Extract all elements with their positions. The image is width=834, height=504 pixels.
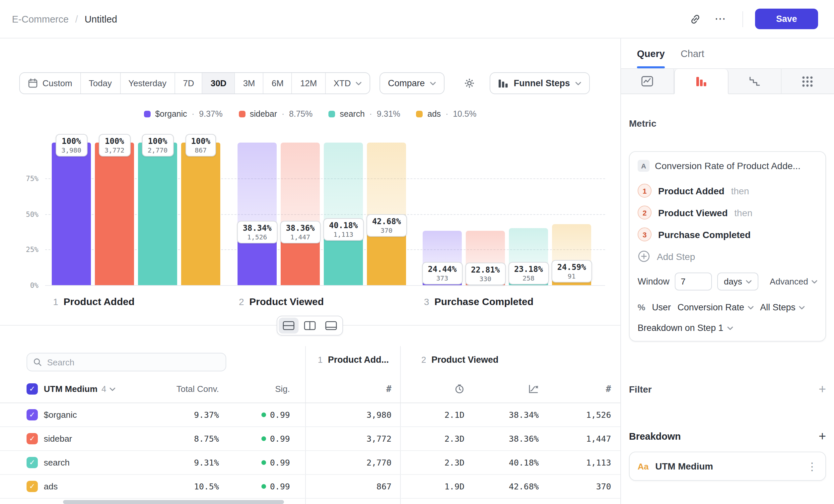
chevron-down-icon	[799, 305, 805, 310]
all-steps-select[interactable]: All Steps	[760, 302, 805, 312]
bar-count-label: 1,447	[286, 233, 315, 240]
select-all-checkbox[interactable]: ✓	[26, 383, 38, 395]
save-button[interactable]: Save	[755, 8, 818, 29]
main-panel: CustomTodayYesterday7D30D3M6M12MXTD Comp…	[0, 39, 620, 504]
layout-toggle-group	[277, 316, 343, 336]
tab-segmentation[interactable]	[621, 69, 675, 94]
column-avg-time[interactable]	[455, 375, 464, 403]
search-input[interactable]	[47, 357, 220, 367]
row-checkbox[interactable]: ✓	[26, 457, 38, 468]
metric-step-1[interactable]: 1Product Addedthen	[638, 180, 817, 202]
table-row-search[interactable]: ✓search9.31%0.992,7702.3D40.18%1,113	[0, 451, 620, 475]
bar-value-label: 38.34%1,526	[237, 221, 278, 243]
add-filter-button[interactable]: +	[819, 383, 826, 395]
column-step2-conv[interactable]	[528, 375, 539, 403]
search-icon	[33, 358, 42, 367]
step-label: Product Added	[64, 296, 135, 307]
metric-card: A Conversion Rate of Product Adde... 1Pr…	[629, 151, 826, 342]
bar-value-label: 23.18%258	[508, 262, 549, 284]
bar-value-label: 100%2,770	[142, 134, 174, 157]
percent-icon[interactable]: %	[638, 302, 645, 312]
row-name: ads	[44, 475, 58, 498]
hash-icon: #	[386, 384, 392, 394]
tab-chart[interactable]: Chart	[681, 39, 704, 68]
split-horizontal-icon	[283, 321, 294, 330]
column-label: UTM Medium	[44, 384, 97, 394]
filter-section-header: Filter +	[629, 383, 826, 395]
tab-funnel[interactable]	[675, 69, 728, 94]
layout-chart-only-button[interactable]	[321, 318, 341, 334]
funnel-bar-sidebar-step1[interactable]	[95, 143, 134, 285]
sig-cell: 0.99	[261, 427, 290, 450]
share-link-button[interactable]	[685, 9, 705, 29]
add-breakdown-button[interactable]: +	[819, 430, 826, 442]
breakdown-heading: Breakdown	[629, 431, 681, 441]
sig-dot-icon	[261, 436, 266, 441]
group-step-number: 2	[421, 355, 426, 365]
add-step-button[interactable]: Add Step	[638, 245, 817, 267]
breakdown-item[interactable]: Aa UTM Medium ⋮	[629, 452, 826, 481]
funnel-bar-search-step1[interactable]	[138, 143, 177, 285]
breakdown-section-header: Breakdown +	[629, 430, 826, 442]
advanced-toggle[interactable]: Advanced	[770, 277, 817, 287]
row-checkbox[interactable]: ✓	[26, 409, 38, 420]
breakdown-step-label: Breakdown on Step 1	[638, 323, 723, 333]
row-checkbox[interactable]: ✓	[26, 433, 38, 444]
avg-time-value: 2.3D	[444, 427, 464, 450]
column-utm-medium[interactable]: UTM Medium 4	[44, 375, 115, 403]
table-group-step2[interactable]: 2 Product Viewed	[421, 355, 499, 368]
metric-step-2[interactable]: 2Product Viewedthen	[638, 202, 817, 224]
horizontal-scrollbar[interactable]	[63, 500, 284, 504]
measure-user[interactable]: User	[652, 302, 671, 312]
y-axis-tick: 25%	[10, 246, 39, 254]
tab-more-charts[interactable]	[782, 69, 834, 94]
total-conv-value: 9.37%	[194, 403, 219, 427]
retention-steps-icon	[748, 75, 761, 88]
layout-split-horizontal-button[interactable]	[279, 318, 299, 334]
row-checkbox[interactable]: ✓	[26, 481, 38, 492]
kebab-menu-icon[interactable]: ⋮	[807, 460, 817, 473]
tab-query-label: Query	[637, 48, 665, 59]
step2-conv-value: 40.18%	[509, 451, 539, 474]
conversion-rate-select[interactable]: Conversion Rate	[677, 302, 753, 312]
chevron-down-icon	[109, 387, 115, 391]
sig-cell: 0.99	[261, 403, 290, 427]
window-row: Window days Advanced	[638, 273, 817, 291]
topbar-divider	[742, 11, 743, 27]
more-menu-button[interactable]: ⋯	[710, 9, 730, 29]
window-value-input[interactable]	[675, 273, 712, 291]
sig-value: 0.99	[270, 434, 290, 444]
step2-count: 1,447	[586, 427, 611, 450]
layout-split-vertical-button[interactable]	[300, 318, 320, 334]
avg-time-icon	[455, 384, 464, 394]
table-row-ads[interactable]: ✓ads10.5%0.998671.9D42.68%370	[0, 475, 620, 499]
column-step2-count[interactable]: #	[606, 375, 611, 403]
step-suffix: then	[734, 207, 753, 218]
column-step1-count[interactable]: #	[386, 375, 392, 403]
property-type-badge: Aa	[638, 461, 649, 471]
sig-dot-icon	[261, 412, 266, 417]
table-group-step1[interactable]: 1 Product Add...	[318, 355, 389, 368]
chart-type-tabs	[621, 68, 834, 94]
chart-only-icon	[325, 321, 337, 330]
step-label: Purchase Completed	[435, 296, 533, 307]
window-unit-select[interactable]: days	[717, 273, 759, 291]
tab-retention[interactable]	[728, 69, 782, 94]
metric-title[interactable]: Conversion Rate of Product Adde...	[655, 160, 800, 171]
hash-icon: #	[606, 384, 611, 394]
filter-heading: Filter	[629, 384, 652, 394]
row-name: search	[44, 451, 70, 474]
breakdown-step-select[interactable]: Breakdown on Step 1	[638, 323, 817, 333]
tab-query[interactable]: Query	[637, 39, 665, 68]
breadcrumb-current[interactable]: Untitled	[85, 14, 117, 24]
chevron-down-icon	[746, 279, 752, 283]
step2-count: 370	[596, 475, 611, 498]
funnel-bar-ads-step1[interactable]	[181, 143, 220, 285]
column-total-conv[interactable]: Total Conv.	[176, 375, 219, 403]
column-sig[interactable]: Sig.	[275, 375, 290, 403]
funnel-bar-organic-step1[interactable]	[52, 143, 91, 285]
table-row-sidebar[interactable]: ✓sidebar8.75%0.993,7722.3D38.36%1,447	[0, 427, 620, 451]
breadcrumb-project[interactable]: E-Commerce	[12, 14, 69, 24]
table-row-organic[interactable]: ✓$organic9.37%0.993,9802.1D38.34%1,526	[0, 403, 620, 427]
metric-step-3[interactable]: 3Purchase Completed	[638, 224, 817, 245]
